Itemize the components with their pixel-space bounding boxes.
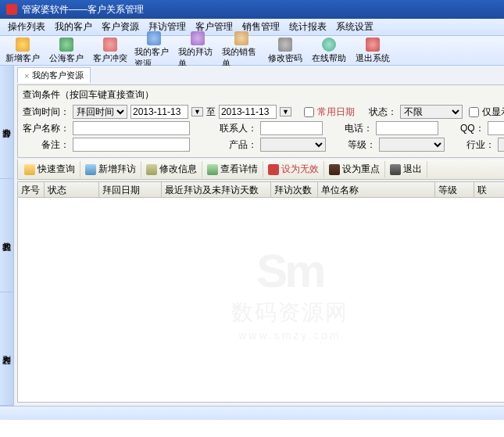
tb-my-sales[interactable]: 我的销售单 — [222, 31, 261, 70]
tb-conflict[interactable]: 客户冲突 — [91, 38, 130, 64]
col-visit-count[interactable]: 拜访次数 — [271, 182, 318, 197]
btn-quick-search[interactable]: 快速查询 — [20, 161, 80, 177]
tb-my-visit[interactable]: 我的拜访单 — [178, 31, 217, 70]
side-tabs: 公海客户 我的客户 客户列表 — [0, 66, 14, 406]
watermark-text: 数码资源网 — [231, 297, 349, 327]
chk-only-unvisited[interactable] — [469, 107, 479, 117]
lbl-qq: QQ： — [460, 122, 484, 135]
lbl-time: 查询时间： — [23, 106, 70, 119]
date-dropdown-to[interactable]: ▼ — [280, 107, 291, 116]
status-select[interactable]: 不限 — [400, 105, 463, 119]
btn-edit-info[interactable]: 修改信息 — [141, 161, 202, 177]
view-icon — [207, 164, 218, 175]
lbl-phone: 电话： — [345, 122, 373, 135]
conflict-icon — [103, 38, 117, 52]
sidetab-public[interactable]: 公海客户 — [0, 66, 13, 179]
workspace: 公海客户 我的客户 客户列表 × 我的客户资源 查询条件（按回车键直接查询） 查… — [0, 66, 504, 406]
btn-set-key[interactable]: 设为重点 — [324, 161, 385, 177]
menu-operations[interactable]: 操作列表 — [8, 20, 45, 34]
app-icon — [6, 4, 17, 15]
date-dropdown-from[interactable]: ▼ — [191, 107, 203, 116]
col-seq[interactable]: 序号 — [18, 182, 45, 197]
public-icon — [59, 38, 73, 52]
edit-icon — [146, 164, 157, 175]
btn-exit[interactable]: 退出 — [385, 161, 427, 177]
search-row-3: 备注： 产品： 等级： 行业： — [23, 138, 504, 152]
search-title: 查询条件（按回车键直接查询） — [23, 88, 504, 102]
main-panel: × 我的客户资源 查询条件（按回车键直接查询） 查询时间： 拜回时间 ▼ 至 ▼… — [14, 66, 504, 406]
industry-select[interactable] — [498, 138, 504, 152]
level-select[interactable] — [379, 138, 445, 152]
lbl-common-date: 常用日期 — [317, 106, 355, 119]
remark-input[interactable] — [73, 138, 190, 152]
date-from-input[interactable] — [130, 105, 188, 119]
tb-change-pwd[interactable]: 修改密码 — [266, 38, 305, 64]
lbl-product: 产品： — [229, 138, 257, 152]
chk-common-date[interactable] — [304, 107, 314, 117]
tb-help[interactable]: 在线帮助 — [309, 38, 349, 64]
lbl-to: 至 — [206, 106, 216, 119]
menu-system[interactable]: 系统设置 — [336, 20, 374, 34]
key-icon — [329, 164, 340, 175]
col-contact[interactable]: 联 — [474, 182, 504, 197]
contact-input[interactable] — [260, 121, 323, 135]
status-bar — [0, 406, 504, 420]
phone-input[interactable] — [376, 121, 438, 135]
data-grid[interactable]: 序号 状态 拜回日期 最近拜访及未拜访天数 拜访次数 单位名称 等级 联 Sm … — [17, 181, 504, 403]
my-resource-icon — [147, 31, 161, 45]
search-row-2: 客户名称： 联系人： 电话： QQ： — [23, 121, 504, 135]
watermark: Sm 数码资源网 www.smzy.com — [231, 243, 349, 341]
tb-add-customer[interactable]: 新增客户 — [3, 38, 42, 64]
lbl-name: 客户名称： — [23, 122, 70, 135]
exit-icon — [366, 38, 380, 52]
search-row-1: 查询时间： 拜回时间 ▼ 至 ▼ 常用日期 状态： 不限 仅显示未 — [23, 105, 504, 119]
tb-public-customer[interactable]: 公海客户 — [47, 38, 86, 64]
lbl-level: 等级： — [348, 138, 376, 152]
name-input[interactable] — [73, 121, 190, 135]
sidetab-list[interactable]: 客户列表 — [0, 292, 13, 406]
tab-label: 我的客户资源 — [32, 70, 84, 81]
tb-exit[interactable]: 退出系统 — [353, 38, 392, 64]
lbl-industry: 行业： — [466, 138, 495, 152]
col-status[interactable]: 状态 — [45, 182, 99, 197]
col-level[interactable]: 等级 — [435, 182, 474, 197]
lbl-contact: 联系人： — [220, 122, 257, 135]
qq-input[interactable] — [488, 121, 504, 135]
btn-add-visit[interactable]: 新增拜访 — [80, 161, 141, 177]
grid-header: 序号 状态 拜回日期 最近拜访及未拜访天数 拜访次数 单位名称 等级 联 — [18, 182, 504, 198]
product-select[interactable] — [260, 138, 326, 152]
title-bar: 管家婆软件——客户关系管理 — [0, 0, 504, 19]
btn-view-detail[interactable]: 查看详情 — [202, 161, 263, 177]
lbl-only-unvisited: 仅显示未拜访客户 — [482, 106, 504, 119]
help-icon — [322, 38, 336, 52]
lbl-remark: 备注： — [41, 138, 70, 152]
close-icon[interactable]: × — [24, 71, 29, 81]
main-toolbar: 新增客户 公海客户 客户冲突 我的客户资源 我的拜访单 我的销售单 修改密码 在… — [0, 36, 504, 66]
lbl-status: 状态： — [369, 106, 397, 119]
add-icon — [16, 38, 30, 52]
visit-icon — [191, 31, 205, 45]
tab-my-resource[interactable]: × 我的客户资源 — [17, 67, 91, 83]
menu-my-customer[interactable]: 我的客户 — [55, 20, 92, 34]
watermark-logo: Sm — [231, 243, 349, 297]
btn-set-void[interactable]: 设为无效 — [263, 161, 324, 177]
sidetab-my[interactable]: 我的客户 — [0, 179, 13, 292]
add-visit-icon — [85, 164, 96, 175]
sales-icon — [234, 31, 248, 45]
exit-action-icon — [390, 164, 401, 175]
search-icon — [24, 164, 35, 175]
col-return-date[interactable]: 拜回日期 — [99, 182, 162, 197]
document-tabs: × 我的客户资源 — [14, 66, 504, 84]
window-title: 管家婆软件——客户关系管理 — [22, 3, 144, 16]
col-visit-days[interactable]: 最近拜访及未拜访天数 — [162, 182, 271, 197]
tb-my-resource[interactable]: 我的客户资源 — [134, 31, 173, 70]
password-icon — [278, 38, 292, 52]
menu-reports[interactable]: 统计报表 — [289, 20, 327, 34]
col-company[interactable]: 单位名称 — [318, 182, 435, 197]
menu-customer-resource[interactable]: 客户资源 — [102, 20, 139, 34]
void-icon — [268, 164, 279, 175]
time-mode-select[interactable]: 拜回时间 — [73, 105, 127, 119]
watermark-url: www.smzy.com — [231, 328, 349, 341]
search-panel: 查询条件（按回车键直接查询） 查询时间： 拜回时间 ▼ 至 ▼ 常用日期 状态：… — [17, 84, 504, 158]
date-to-input[interactable] — [219, 105, 277, 119]
